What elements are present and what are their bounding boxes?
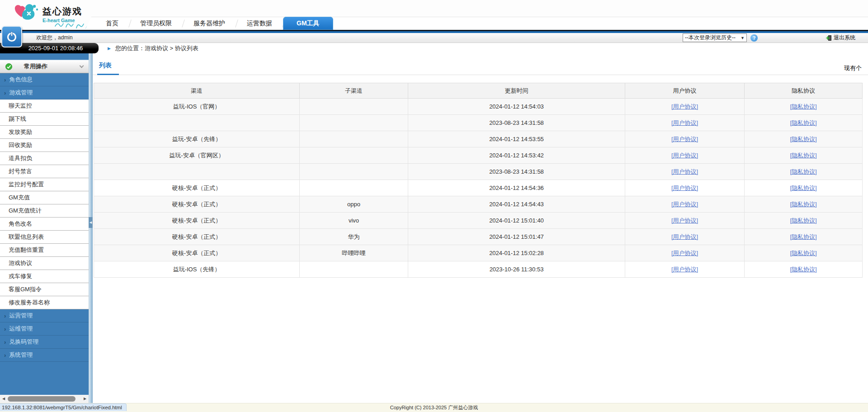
user-protocol-link-cell: [用户协议]	[625, 261, 745, 278]
sidebar-item[interactable]: ›运营管理	[0, 309, 89, 322]
table-row: 硬核-安卓（正式）2024-01-12 14:54:36[用户协议][隐私协议]	[94, 180, 863, 196]
header-divider	[0, 30, 868, 33]
sidebar-item[interactable]: 戎车修复	[0, 270, 89, 283]
sidebar-item[interactable]: 客服GM指令	[0, 283, 89, 296]
updated-cell: 2023-10-26 11:30:53	[408, 261, 625, 278]
sidebar-item[interactable]: ›系统管理	[0, 349, 89, 362]
table-row: 2023-08-23 14:31:58[用户协议][隐私协议]	[94, 115, 863, 131]
channel-cell	[94, 115, 300, 131]
sidebar-item-label: 监控封号配置	[9, 180, 44, 189]
nav-tab[interactable]: 首页	[95, 17, 129, 30]
updated-cell: 2023-08-23 14:31:58	[408, 164, 625, 180]
privacy-protocol-link[interactable]: [隐私协议]	[790, 152, 816, 159]
user-protocol-link[interactable]: [用户协议]	[671, 103, 698, 110]
user-protocol-link-cell: [用户协议]	[625, 115, 745, 131]
sidebar-item[interactable]: GM充值	[0, 191, 89, 204]
chevron-right-icon: ›	[4, 313, 6, 319]
table-body: 益玩-IOS（官网）2024-01-12 14:54:03[用户协议][隐私协议…	[94, 99, 863, 278]
updated-cell: 2024-01-12 15:02:28	[408, 245, 625, 261]
privacy-protocol-link[interactable]: [隐私协议]	[790, 103, 816, 110]
chevron-right-icon: ›	[4, 90, 6, 96]
scroll-right-arrow-icon[interactable]: ▶	[81, 395, 89, 403]
user-protocol-link[interactable]: [用户协议]	[671, 266, 698, 273]
exit-door-icon	[826, 35, 832, 41]
chevron-right-icon: ›	[4, 326, 6, 332]
chevron-down-icon: ▼	[741, 36, 745, 40]
sidebar-item[interactable]: 回收奖励	[0, 139, 89, 152]
sidebar-item[interactable]: 游戏协议	[0, 257, 89, 270]
welcome-bar: 欢迎您，admin --本次登录浏览历史-- ▼ ? 退出系统	[0, 33, 868, 43]
power-button[interactable]	[1, 26, 22, 47]
nav-tab[interactable]: GM工具	[283, 17, 333, 30]
subchannel-cell: 华为	[300, 229, 408, 245]
sidebar-horizontal-scrollbar[interactable]: ◀ ▶	[0, 395, 89, 403]
sidebar-item[interactable]: 联盟信息列表	[0, 231, 89, 244]
sidebar-item[interactable]: ›运维管理	[0, 322, 89, 336]
sidebar-group-header[interactable]: 常用操作	[0, 60, 89, 73]
welcome-text: 欢迎您，admin	[36, 34, 73, 42]
chevron-right-icon: ›	[4, 77, 6, 83]
user-protocol-link[interactable]: [用户协议]	[671, 168, 698, 175]
privacy-protocol-link[interactable]: [隐私协议]	[790, 233, 816, 240]
user-protocol-link[interactable]: [用户协议]	[671, 136, 698, 142]
sidebar-item-label: GM充值统计	[9, 207, 42, 215]
table-header: 渠道子渠道更新时间用户协议隐私协议	[94, 83, 863, 99]
table-row: 硬核-安卓（正式）oppo2024-01-12 14:54:43[用户协议][隐…	[94, 196, 863, 213]
subchannel-cell	[300, 164, 408, 180]
scrollbar-thumb[interactable]	[8, 396, 75, 402]
sidebar-collapse-handle[interactable]: ◀	[89, 217, 93, 228]
channel-cell: 硬核-安卓（正式）	[94, 196, 300, 213]
sidebar-item[interactable]: GM充值统计	[0, 204, 89, 218]
sidebar-item[interactable]: 聊天监控	[0, 99, 89, 113]
privacy-protocol-link[interactable]: [隐私协议]	[790, 119, 816, 126]
privacy-protocol-link-cell: [隐私协议]	[745, 164, 863, 180]
user-protocol-link[interactable]: [用户协议]	[671, 201, 698, 208]
sidebar-item-label: 运营管理	[9, 312, 33, 320]
chevron-right-icon: ›	[4, 339, 6, 345]
sidebar-item-label: GM充值	[9, 194, 30, 202]
scrollbar-track[interactable]	[7, 395, 81, 403]
sidebar-item[interactable]: 修改服务器名称	[0, 296, 89, 309]
user-protocol-link[interactable]: [用户协议]	[671, 233, 698, 240]
channel-cell: 硬核-安卓（正式）	[94, 180, 300, 196]
sidebar-item[interactable]: 发放奖励	[0, 126, 89, 139]
user-protocol-link-cell: [用户协议]	[625, 180, 745, 196]
top-header: 益心游戏 E-heart Game 首页管理员权限服务器维护运营数据GM工具	[0, 0, 868, 30]
user-protocol-link[interactable]: [用户协议]	[671, 217, 698, 224]
tab-list[interactable]: 列表	[97, 62, 119, 75]
privacy-protocol-link[interactable]: [隐私协议]	[790, 185, 816, 191]
subchannel-cell: 哔哩哔哩	[300, 245, 408, 261]
sidebar-item-label: 修改服务器名称	[9, 298, 50, 307]
user-protocol-link-cell: [用户协议]	[625, 196, 745, 213]
login-history-select[interactable]: --本次登录浏览历史-- ▼	[683, 33, 747, 42]
sidebar-item[interactable]: ›游戏管理	[0, 86, 89, 99]
privacy-protocol-link[interactable]: [隐私协议]	[790, 136, 816, 142]
privacy-protocol-link[interactable]: [隐私协议]	[790, 168, 816, 175]
scroll-left-arrow-icon[interactable]: ◀	[0, 395, 7, 403]
nav-tab[interactable]: 服务器维护	[183, 17, 236, 30]
nav-tab[interactable]: 运营数据	[236, 17, 283, 30]
help-icon[interactable]: ?	[750, 34, 758, 42]
privacy-protocol-link-cell: [隐私协议]	[745, 229, 863, 245]
sidebar-item[interactable]: 踢下线	[0, 113, 89, 126]
privacy-protocol-link[interactable]: [隐私协议]	[790, 201, 816, 208]
user-protocol-link[interactable]: [用户协议]	[671, 185, 698, 191]
sidebar-item[interactable]: 道具扣负	[0, 152, 89, 165]
privacy-protocol-link-cell: [隐私协议]	[745, 196, 863, 213]
user-protocol-link[interactable]: [用户协议]	[671, 152, 698, 159]
nav-tab[interactable]: 管理员权限	[129, 17, 183, 30]
sidebar-splitter[interactable]	[89, 53, 93, 403]
sidebar-item[interactable]: 角色改名	[0, 218, 89, 231]
user-protocol-link[interactable]: [用户协议]	[671, 119, 698, 126]
user-protocol-link[interactable]: [用户协议]	[671, 250, 698, 256]
privacy-protocol-link[interactable]: [隐私协议]	[790, 217, 816, 224]
sidebar-item[interactable]: ›兑换码管理	[0, 336, 89, 349]
sidebar-item[interactable]: ›角色信息	[0, 73, 89, 86]
subchannel-cell	[300, 115, 408, 131]
sidebar-item[interactable]: 充值翻倍重置	[0, 244, 89, 257]
privacy-protocol-link[interactable]: [隐私协议]	[790, 266, 816, 273]
logout-button[interactable]: 退出系统	[826, 34, 855, 42]
sidebar-item[interactable]: 监控封号配置	[0, 178, 89, 191]
sidebar-item[interactable]: 封号禁言	[0, 165, 89, 178]
privacy-protocol-link[interactable]: [隐私协议]	[790, 250, 816, 256]
